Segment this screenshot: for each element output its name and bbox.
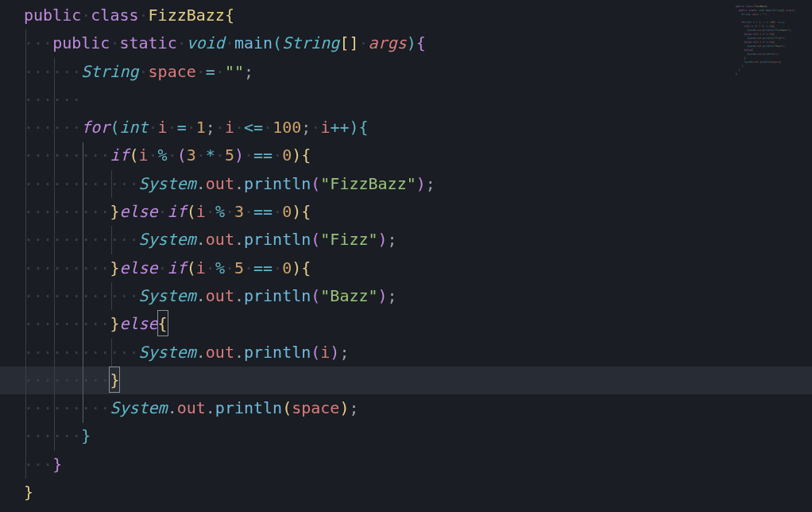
token-kw2: for <box>81 118 110 137</box>
token-brace5: ) <box>330 343 339 362</box>
token-ws: · <box>244 258 253 277</box>
indent-whitespace: ········· <box>24 314 110 333</box>
code-line[interactable]: } <box>0 479 812 506</box>
indent-whitespace: ········· <box>24 258 110 277</box>
token-brace4: } <box>110 202 119 221</box>
token-brace4: ) <box>292 145 301 165</box>
token-type: int <box>119 118 148 137</box>
token-pun: . <box>234 230 244 249</box>
code-line[interactable]: public·class·FizzBazz{ <box>0 2 812 29</box>
token-ws: · <box>206 202 215 221</box>
token-type: String <box>282 33 339 52</box>
code-line[interactable]: ············System.out.println("FizzBazz… <box>0 170 812 198</box>
code-editor[interactable]: public·class·FizzBazz{···public·static·v… <box>0 0 812 512</box>
token-brace1: } <box>24 483 33 502</box>
token-kw2: else <box>119 314 157 333</box>
token-var: i <box>196 258 206 277</box>
token-pun: . <box>196 230 206 249</box>
token-type: System <box>110 398 167 417</box>
token-pun: . <box>206 398 215 417</box>
token-brace5: ) <box>378 230 388 249</box>
indent-whitespace: ············ <box>24 286 139 305</box>
token-num: 1 <box>196 118 206 137</box>
token-brace4: { <box>301 145 311 165</box>
indent-whitespace: ············ <box>24 174 139 193</box>
token-num: 3 <box>187 145 196 165</box>
token-pun: ; <box>388 286 397 305</box>
indent-whitespace: ········· <box>24 370 110 390</box>
token-pun: . <box>196 174 206 193</box>
code-line[interactable]: ·········}else{ <box>0 310 812 338</box>
token-ws: · <box>196 145 206 165</box>
token-ws: · <box>168 118 177 137</box>
token-op: % <box>215 258 225 277</box>
token-var: i <box>139 145 149 165</box>
token-pun: ; <box>388 230 397 249</box>
token-var: out <box>206 343 234 362</box>
indent-whitespace: ······ <box>24 90 81 109</box>
token-brace3: ( <box>110 118 119 137</box>
token-type: System <box>139 230 196 249</box>
token-varit: args <box>369 33 407 52</box>
token-op: ++ <box>330 118 349 137</box>
code-line[interactable]: ······String·space·=·""; <box>0 58 812 86</box>
code-line[interactable]: ······ <box>0 86 812 114</box>
token-ws: · <box>110 33 119 52</box>
token-brace4: { <box>158 314 168 333</box>
token-var: out <box>206 230 234 249</box>
code-line[interactable]: ·········} <box>0 367 812 394</box>
token-pun: ; <box>426 174 435 193</box>
code-line[interactable]: ···} <box>0 451 812 479</box>
token-ws: · <box>311 118 320 137</box>
code-line[interactable]: ·········if(i·%·(3·*·5)·==·0){ <box>0 142 812 169</box>
token-brace4: { <box>301 258 311 277</box>
token-op: == <box>253 202 273 221</box>
indent-whitespace: ··· <box>24 455 52 474</box>
indent-whitespace: ············ <box>24 343 139 362</box>
code-line[interactable]: ·········}else·if(i·%·3·==·0){ <box>0 198 812 226</box>
token-ws: · <box>215 62 225 81</box>
token-type: System <box>139 174 196 193</box>
token-ws: · <box>206 258 215 277</box>
token-ws: · <box>81 6 91 25</box>
token-brk: [] <box>339 33 358 52</box>
token-ws: · <box>225 202 234 221</box>
token-ws: · <box>273 145 282 165</box>
code-line[interactable]: ············System.out.println("Fizz"); <box>0 226 812 254</box>
indent-whitespace: ········· <box>24 145 110 165</box>
token-brace5: ( <box>311 286 320 305</box>
token-fn: main <box>234 33 273 52</box>
token-brace4: ) <box>292 258 301 277</box>
code-line[interactable]: ············System.out.println(i); <box>0 339 812 367</box>
token-str: "Bazz" <box>320 286 377 305</box>
code-line[interactable]: ············System.out.println("Bazz"); <box>0 282 812 310</box>
code-line[interactable]: ······for(int·i·=·1;·i·<=·100;·i++){ <box>0 114 812 142</box>
token-var: i <box>196 202 206 221</box>
indent-guide <box>111 339 112 367</box>
token-ws: · <box>215 145 225 165</box>
indent-whitespace: ······ <box>24 426 81 445</box>
code-line[interactable]: ·········System.out.println(space); <box>0 394 812 422</box>
token-ws: · <box>149 118 158 137</box>
code-line[interactable]: ·········}else·if(i·%·5·==·0){ <box>0 254 812 282</box>
token-type: System <box>139 343 196 362</box>
token-op: == <box>253 258 273 277</box>
token-var: i <box>225 118 234 137</box>
token-ws: · <box>225 258 234 277</box>
token-kw: class <box>91 6 138 25</box>
token-ws: · <box>139 62 149 81</box>
token-var: out <box>206 286 234 305</box>
indent-whitespace: ········· <box>24 398 110 417</box>
token-pun: . <box>234 174 244 193</box>
minimap[interactable]: public class FizzBazz{ public static voi… <box>736 5 807 100</box>
token-ws: · <box>187 118 196 137</box>
token-fn: println <box>244 286 311 305</box>
token-brace4: { <box>301 202 311 221</box>
token-kw2: if <box>168 258 187 277</box>
indent-whitespace: ········· <box>24 202 110 221</box>
token-ws: · <box>273 202 282 221</box>
code-line[interactable]: ···public·static·void·main(String[]·args… <box>0 29 812 57</box>
indent-guide <box>54 58 55 451</box>
code-line[interactable]: ······} <box>0 422 812 450</box>
indent-whitespace: ······ <box>24 118 81 137</box>
